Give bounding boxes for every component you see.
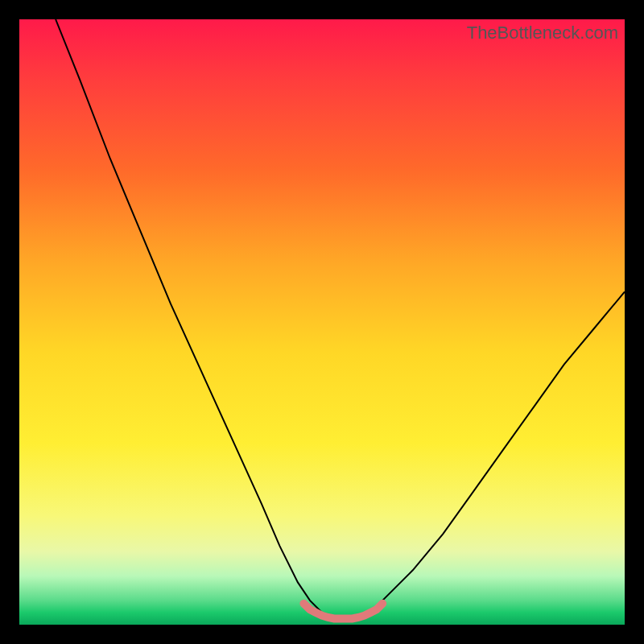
- watermark-text: TheBottleneck.com: [467, 23, 618, 43]
- chart-svg: [19, 19, 625, 625]
- bottleneck-curve: [56, 19, 625, 619]
- chart-plot-area: TheBottleneck.com: [19, 19, 625, 625]
